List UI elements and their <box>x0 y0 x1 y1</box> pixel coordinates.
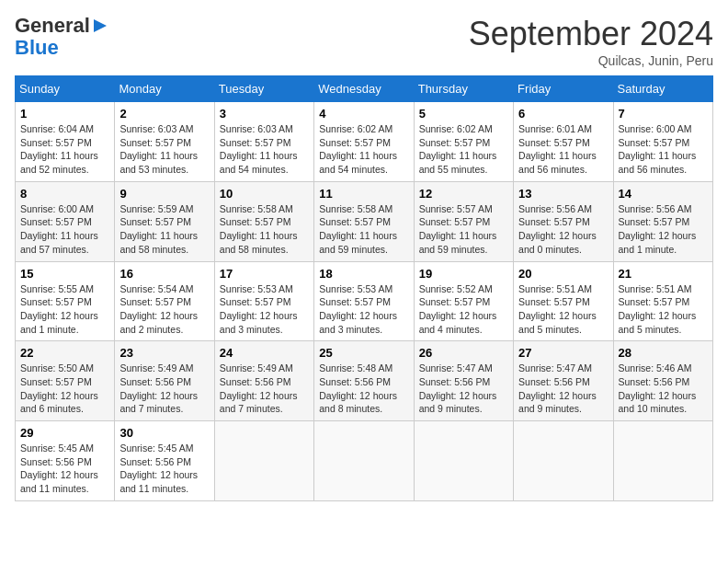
calendar-table: SundayMondayTuesdayWednesdayThursdayFrid… <box>15 75 713 501</box>
calendar-cell <box>613 421 712 501</box>
weekday-header-thursday: Thursday <box>414 76 513 102</box>
weekday-header-sunday: Sunday <box>16 76 115 102</box>
day-number: 16 <box>119 267 209 281</box>
calendar-cell: 22Sunrise: 5:50 AM Sunset: 5:57 PM Dayli… <box>16 341 115 421</box>
weekday-header-saturday: Saturday <box>613 76 712 102</box>
calendar-cell: 30Sunrise: 5:45 AM Sunset: 5:56 PM Dayli… <box>115 421 214 501</box>
calendar-cell: 21Sunrise: 5:51 AM Sunset: 5:57 PM Dayli… <box>613 261 712 341</box>
day-info: Sunrise: 5:49 AM Sunset: 5:56 PM Dayligh… <box>119 362 209 416</box>
weekday-header-friday: Friday <box>514 76 613 102</box>
day-number: 29 <box>20 426 109 440</box>
calendar-cell: 8Sunrise: 6:00 AM Sunset: 5:57 PM Daylig… <box>16 181 115 261</box>
calendar-cell: 11Sunrise: 5:58 AM Sunset: 5:57 PM Dayli… <box>314 181 414 261</box>
calendar-cell: 2Sunrise: 6:03 AM Sunset: 5:57 PM Daylig… <box>115 102 214 182</box>
day-info: Sunrise: 5:56 AM Sunset: 5:57 PM Dayligh… <box>518 202 608 257</box>
day-info: Sunrise: 6:03 AM Sunset: 5:57 PM Dayligh… <box>119 122 209 177</box>
day-info: Sunrise: 5:58 AM Sunset: 5:57 PM Dayligh… <box>319 202 408 257</box>
day-info: Sunrise: 5:59 AM Sunset: 5:57 PM Dayligh… <box>119 202 209 257</box>
month-title: September 2024 <box>469 15 713 53</box>
day-number: 6 <box>518 107 608 121</box>
day-number: 23 <box>119 346 209 360</box>
day-info: Sunrise: 5:53 AM Sunset: 5:57 PM Dayligh… <box>220 282 309 337</box>
day-info: Sunrise: 5:53 AM Sunset: 5:57 PM Dayligh… <box>319 282 408 337</box>
day-number: 27 <box>518 346 608 360</box>
day-number: 17 <box>220 267 309 281</box>
day-info: Sunrise: 5:45 AM Sunset: 5:56 PM Dayligh… <box>119 442 209 496</box>
day-number: 4 <box>319 107 408 121</box>
calendar-cell: 4Sunrise: 6:02 AM Sunset: 5:57 PM Daylig… <box>314 102 414 182</box>
day-info: Sunrise: 5:51 AM Sunset: 5:57 PM Dayligh… <box>518 282 608 337</box>
calendar-cell: 6Sunrise: 6:01 AM Sunset: 5:57 PM Daylig… <box>514 102 613 182</box>
day-number: 18 <box>319 267 408 281</box>
calendar-cell: 12Sunrise: 5:57 AM Sunset: 5:57 PM Dayli… <box>414 181 513 261</box>
calendar-cell: 28Sunrise: 5:46 AM Sunset: 5:56 PM Dayli… <box>613 341 712 421</box>
calendar-cell: 24Sunrise: 5:49 AM Sunset: 5:56 PM Dayli… <box>214 341 313 421</box>
day-number: 7 <box>619 107 708 121</box>
logo-line2: Blue <box>15 37 59 59</box>
logo: General Blue <box>15 15 110 59</box>
day-info: Sunrise: 5:50 AM Sunset: 5:57 PM Dayligh… <box>20 362 109 416</box>
day-info: Sunrise: 6:02 AM Sunset: 5:57 PM Dayligh… <box>419 122 508 177</box>
day-number: 15 <box>20 267 109 281</box>
day-info: Sunrise: 5:55 AM Sunset: 5:57 PM Dayligh… <box>20 282 109 337</box>
calendar-cell: 5Sunrise: 6:02 AM Sunset: 5:57 PM Daylig… <box>414 102 513 182</box>
calendar-cell <box>414 421 513 501</box>
day-number: 3 <box>220 107 309 121</box>
day-info: Sunrise: 5:52 AM Sunset: 5:57 PM Dayligh… <box>419 282 508 337</box>
day-info: Sunrise: 6:00 AM Sunset: 5:57 PM Dayligh… <box>20 202 109 257</box>
day-info: Sunrise: 5:57 AM Sunset: 5:57 PM Dayligh… <box>419 202 508 257</box>
day-info: Sunrise: 6:02 AM Sunset: 5:57 PM Dayligh… <box>319 122 408 177</box>
day-info: Sunrise: 5:58 AM Sunset: 5:57 PM Dayligh… <box>220 202 309 257</box>
calendar-cell: 1Sunrise: 6:04 AM Sunset: 5:57 PM Daylig… <box>16 102 115 182</box>
calendar-cell: 17Sunrise: 5:53 AM Sunset: 5:57 PM Dayli… <box>214 261 313 341</box>
calendar-cell: 14Sunrise: 5:56 AM Sunset: 5:57 PM Dayli… <box>613 181 712 261</box>
calendar-cell: 25Sunrise: 5:48 AM Sunset: 5:56 PM Dayli… <box>314 341 414 421</box>
day-number: 10 <box>220 187 309 201</box>
calendar-cell <box>514 421 613 501</box>
calendar-cell <box>314 421 414 501</box>
day-number: 12 <box>419 187 508 201</box>
title-block: September 2024 Quilcas, Junin, Peru <box>469 15 713 68</box>
calendar-week-row: 15Sunrise: 5:55 AM Sunset: 5:57 PM Dayli… <box>16 261 713 341</box>
calendar-cell: 18Sunrise: 5:53 AM Sunset: 5:57 PM Dayli… <box>314 261 414 341</box>
day-info: Sunrise: 5:48 AM Sunset: 5:56 PM Dayligh… <box>319 362 408 416</box>
calendar-week-row: 8Sunrise: 6:00 AM Sunset: 5:57 PM Daylig… <box>16 181 713 261</box>
day-number: 14 <box>619 187 708 201</box>
calendar-cell: 10Sunrise: 5:58 AM Sunset: 5:57 PM Dayli… <box>214 181 313 261</box>
day-info: Sunrise: 5:56 AM Sunset: 5:57 PM Dayligh… <box>619 202 708 257</box>
day-number: 28 <box>619 346 708 360</box>
day-number: 8 <box>20 187 109 201</box>
weekday-header-row: SundayMondayTuesdayWednesdayThursdayFrid… <box>16 76 713 102</box>
day-number: 19 <box>419 267 508 281</box>
day-number: 5 <box>419 107 508 121</box>
calendar-cell <box>214 421 313 501</box>
calendar-cell: 27Sunrise: 5:47 AM Sunset: 5:56 PM Dayli… <box>514 341 613 421</box>
day-number: 1 <box>20 107 109 121</box>
logo-line1: General <box>15 15 90 37</box>
day-number: 25 <box>319 346 408 360</box>
day-number: 26 <box>419 346 508 360</box>
day-info: Sunrise: 5:47 AM Sunset: 5:56 PM Dayligh… <box>419 362 508 416</box>
day-info: Sunrise: 5:54 AM Sunset: 5:57 PM Dayligh… <box>119 282 209 337</box>
calendar-cell: 29Sunrise: 5:45 AM Sunset: 5:56 PM Dayli… <box>16 421 115 501</box>
day-number: 30 <box>119 426 209 440</box>
day-number: 24 <box>220 346 309 360</box>
calendar-cell: 15Sunrise: 5:55 AM Sunset: 5:57 PM Dayli… <box>16 261 115 341</box>
day-number: 21 <box>619 267 708 281</box>
day-number: 2 <box>119 107 209 121</box>
calendar-cell: 26Sunrise: 5:47 AM Sunset: 5:56 PM Dayli… <box>414 341 513 421</box>
day-info: Sunrise: 5:45 AM Sunset: 5:56 PM Dayligh… <box>20 442 109 496</box>
calendar-cell: 13Sunrise: 5:56 AM Sunset: 5:57 PM Dayli… <box>514 181 613 261</box>
day-number: 20 <box>518 267 608 281</box>
calendar-cell: 20Sunrise: 5:51 AM Sunset: 5:57 PM Dayli… <box>514 261 613 341</box>
page-header: General Blue September 2024 Quilcas, Jun… <box>15 15 713 68</box>
location-subtitle: Quilcas, Junin, Peru <box>469 53 713 68</box>
calendar-cell: 3Sunrise: 6:03 AM Sunset: 5:57 PM Daylig… <box>214 102 313 182</box>
day-info: Sunrise: 5:46 AM Sunset: 5:56 PM Dayligh… <box>619 362 708 416</box>
day-info: Sunrise: 5:51 AM Sunset: 5:57 PM Dayligh… <box>619 282 708 337</box>
calendar-cell: 9Sunrise: 5:59 AM Sunset: 5:57 PM Daylig… <box>115 181 214 261</box>
calendar-week-row: 29Sunrise: 5:45 AM Sunset: 5:56 PM Dayli… <box>16 421 713 501</box>
calendar-cell: 16Sunrise: 5:54 AM Sunset: 5:57 PM Dayli… <box>115 261 214 341</box>
day-info: Sunrise: 6:01 AM Sunset: 5:57 PM Dayligh… <box>518 122 608 177</box>
svg-marker-0 <box>94 19 107 32</box>
